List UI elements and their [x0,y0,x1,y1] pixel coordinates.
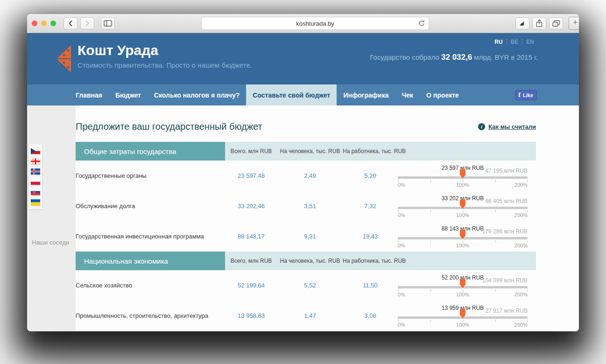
table-row: Обслуживание долга 33 202,46 3,51 7,32 3… [76,191,536,221]
section-header: Национальная экономика Всего, млн RUB На… [76,252,536,270]
slider-scale: 0% 100% 200% [398,289,528,297]
flag-slovakia-icon[interactable] [31,189,40,195]
slider-track[interactable] [398,316,528,319]
collected-amount: 32 032,6 [441,53,472,62]
column-header-total: Всего, млн RUB [225,148,277,154]
site-header: Кошт Урада Стоимость правительства. Прос… [27,33,579,84]
site-logo[interactable]: Кошт Урада Стоимость правительства. Прос… [55,42,252,73]
section-title: Национальная экономика [76,252,225,270]
budget-slider[interactable]: 33 202 млн RUB 66 405 млн RUB 0% 100% 20… [398,195,528,217]
share-button[interactable] [532,17,546,29]
slider-handle[interactable] [460,169,466,179]
slider-handle[interactable] [460,230,466,239]
table-row: Промышленность, строительство, архитекту… [76,301,536,331]
per-person-value: 1,47 [277,312,343,319]
budget-slider[interactable]: 52 200 млн RUB 104 399 млн RUB 0% 100% 2… [398,274,528,297]
flag-georgia-icon[interactable] [31,158,40,164]
zoom-window-button[interactable] [50,21,56,26]
extension-button[interactable] [515,17,529,29]
nav-item-check[interactable]: Чек [395,84,420,105]
column-header-per-worker: На работника, тыс. RUB [343,148,398,154]
column-header-per-person: На человека, тыс. RUB [277,258,343,264]
nav-item-budget[interactable]: Бюджет [109,84,148,105]
neighbors-caption: Наши соседи [32,239,69,246]
scale-mid-label: 100% [456,243,469,248]
flag-iceland-icon[interactable] [31,168,40,175]
address-bar[interactable]: koshturada.by [201,17,429,30]
scale-max-label: 200% [514,322,528,328]
scale-min-label: 0% [398,322,405,328]
slider-scale: 0% 100% 200% [398,210,528,217]
lang-ru[interactable]: RU [491,39,506,45]
scale-min-label: 0% [398,182,405,188]
ornament-logo-icon [55,44,72,73]
sidebar-toggle-button[interactable] [101,17,115,29]
slider-track[interactable] [398,176,528,179]
column-header-per-person: На человека, тыс. RUB [277,148,343,154]
per-worker-value: 19,43 [343,233,398,240]
reload-button[interactable] [418,20,425,28]
collected-suffix: млрд. BYR в 2015 г. [472,53,538,61]
browser-toolbar: koshturada.by + [27,14,579,33]
facebook-like-button[interactable]: f Like [515,90,537,100]
slider-scale: 0% 100% 200% [398,240,528,248]
budget-slider[interactable]: 23 597 млн RUB 47 195 млн RUB 0% 100% 20… [398,165,528,187]
column-header-total: Всего, млн RUB [225,258,277,264]
lang-be[interactable]: BE [507,39,522,45]
extension-animal-icon [519,20,526,27]
slider-handle[interactable] [460,200,466,209]
budget-slider[interactable]: 13 959 млн RUB 27 917 млн RUB 0% 100% 20… [398,305,528,327]
back-button[interactable] [63,17,78,29]
reload-icon [418,20,425,27]
scale-mid-label: 100% [456,292,469,297]
page-content: Наши соседи Предложите ваш государственн… [27,105,579,331]
new-tab-button[interactable]: + [569,17,579,30]
budget-item-name: Государственные органы [76,172,225,179]
share-icon [536,19,543,28]
flag-czech-republic-icon[interactable] [31,148,40,154]
scale-max-label: 200% [514,212,528,218]
slider-handle[interactable] [460,279,466,288]
nav-item-build-budget[interactable]: Составьте свой бюджет [246,84,337,105]
per-worker-value: 5,20 [343,172,398,179]
slider-max-value: 104 399 млн RUB [482,277,528,284]
total-value: 52 199,64 [225,282,277,289]
language-switcher: RU BE EN [491,39,538,45]
nav-item-taxes[interactable]: Сколько налогов я плачу? [148,84,246,105]
forward-button[interactable] [80,17,94,29]
tab-overview-button[interactable] [549,17,563,29]
lang-en[interactable]: EN [522,39,538,45]
slider-track[interactable] [398,237,528,239]
neighbor-flags-panel [29,144,42,209]
close-window-button[interactable] [32,21,37,26]
tabs-icon [552,20,560,27]
how-we-counted-link[interactable]: Как мы считали [488,123,536,130]
browser-window: koshturada.by + [27,14,579,331]
nav-item-infographics[interactable]: Инфографика [337,84,395,105]
scale-max-label: 200% [514,292,528,297]
facebook-icon: f [518,91,521,99]
budget-item-name: Сельское хозяйство [76,282,225,289]
slider-max-value: 66 405 млн RUB [485,198,528,204]
page-title: Предложите ваш государственный бюджет [76,121,262,132]
minimize-window-button[interactable] [41,21,47,26]
per-worker-value: 11,50 [343,282,398,289]
slider-track[interactable] [398,207,528,209]
slider-max-value: 176 286 млн RUB [482,228,528,235]
main-column: Предложите ваш государственный бюджет i … [76,105,579,331]
collected-amount-line: Государство собрало 32 032,6 млрд. BYR в… [370,53,538,62]
slider-track[interactable] [398,286,528,288]
nav-item-home[interactable]: Главная [69,84,109,105]
chevron-left-icon [68,20,73,27]
per-person-value: 5,52 [277,282,343,289]
flag-poland-icon[interactable] [31,179,40,185]
total-value: 13 958,63 [225,312,277,319]
budget-slider[interactable]: 88 143 млн RUB 176 286 млн RUB 0% 100% 2… [398,225,528,248]
slider-max-value: 47 195 млн RUB [485,168,528,174]
nav-item-about[interactable]: О проекте [420,84,465,105]
slider-handle[interactable] [460,309,466,319]
per-worker-value: 3,08 [343,312,398,319]
column-header-per-worker: На работника, тыс. RUB [343,258,398,264]
flag-ukraine-icon[interactable] [31,199,40,205]
how-we-counted[interactable]: i Как мы считали [478,123,536,130]
